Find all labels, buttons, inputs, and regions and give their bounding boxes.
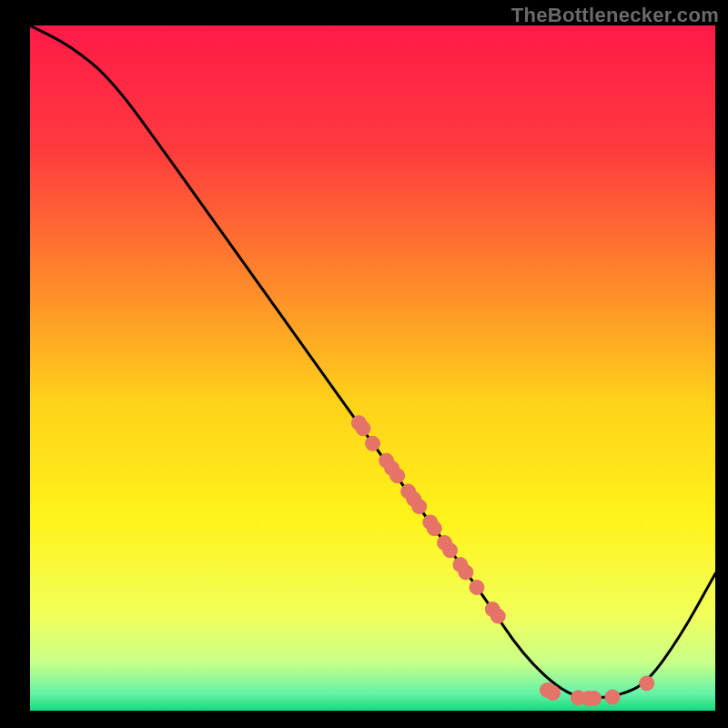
data-marker — [470, 580, 484, 594]
chart-background — [30, 25, 715, 711]
watermark-label: TheBottlenecker.com — [511, 4, 719, 27]
data-marker — [640, 676, 654, 691]
data-marker — [546, 685, 561, 700]
data-marker — [366, 436, 380, 450]
data-marker — [490, 609, 505, 623]
data-marker — [459, 565, 473, 580]
data-marker — [427, 521, 441, 536]
data-marker — [605, 690, 620, 704]
data-marker — [443, 543, 458, 558]
data-marker — [412, 500, 427, 514]
data-marker — [356, 421, 370, 436]
data-marker — [390, 469, 405, 483]
chart-container: TheBottlenecker.com — [0, 0, 728, 728]
data-marker — [587, 691, 602, 705]
bottleneck-curve-chart — [0, 0, 728, 728]
